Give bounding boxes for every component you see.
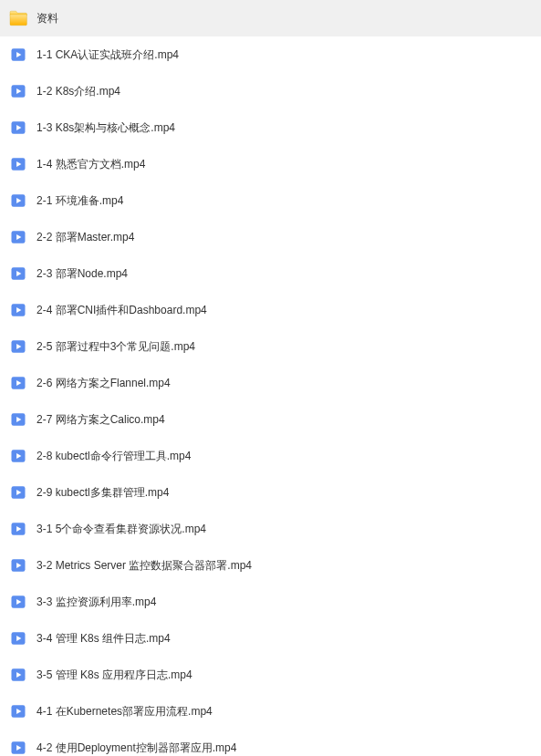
- video-item[interactable]: 1-3 K8s架构与核心概念.mp4: [0, 109, 541, 146]
- video-item[interactable]: 2-3 部署Node.mp4: [0, 255, 541, 292]
- video-file-icon: [9, 410, 27, 429]
- file-name: 2-9 kubectl多集群管理.mp4: [36, 485, 169, 501]
- video-file-icon: [9, 666, 27, 684]
- video-file-icon: [9, 82, 27, 100]
- video-item[interactable]: 2-9 kubectl多集群管理.mp4: [0, 474, 541, 511]
- video-file-icon: [9, 192, 27, 210]
- video-file-icon: [9, 447, 27, 465]
- file-name: 2-3 部署Node.mp4: [36, 266, 128, 282]
- file-name: 3-4 管理 K8s 组件日志.mp4: [36, 631, 171, 647]
- video-item[interactable]: 3-5 管理 K8s 应用程序日志.mp4: [0, 657, 541, 693]
- video-file-icon: [9, 556, 27, 575]
- file-name: 2-7 网络方案之Calico.mp4: [36, 412, 165, 428]
- file-name: 3-3 监控资源利用率.mp4: [36, 595, 156, 610]
- video-item[interactable]: 1-2 K8s介绍.mp4: [0, 73, 541, 109]
- file-list: 资料 1-1 CKA认证实战班介绍.mp4 1-2 K8s介绍.mp4 1-3 …: [0, 0, 541, 756]
- file-name: 资料: [36, 11, 58, 26]
- video-file-icon: [9, 374, 27, 392]
- video-file-icon: [9, 629, 27, 647]
- video-item[interactable]: 2-6 网络方案之Flannel.mp4: [0, 365, 541, 401]
- video-item[interactable]: 2-2 部署Master.mp4: [0, 219, 541, 255]
- file-name: 2-4 部署CNI插件和Dashboard.mp4: [36, 303, 207, 318]
- video-file-icon: [9, 119, 27, 137]
- video-file-icon: [9, 46, 27, 64]
- video-file-icon: [9, 483, 27, 502]
- folder-icon: [9, 9, 27, 27]
- file-name: 4-2 使用Deployment控制器部署应用.mp4: [36, 740, 236, 756]
- file-name: 1-3 K8s架构与核心概念.mp4: [36, 120, 175, 136]
- file-name: 1-4 熟悉官方文档.mp4: [36, 157, 145, 172]
- video-item[interactable]: 2-7 网络方案之Calico.mp4: [0, 401, 541, 438]
- video-file-icon: [9, 155, 27, 173]
- file-name: 3-2 Metrics Server 监控数据聚合器部署.mp4: [36, 558, 252, 574]
- file-name: 3-5 管理 K8s 应用程序日志.mp4: [36, 668, 192, 683]
- folder-item[interactable]: 资料: [0, 0, 541, 36]
- video-file-icon: [9, 264, 27, 283]
- video-item[interactable]: 1-1 CKA认证实战班介绍.mp4: [0, 36, 541, 73]
- file-name: 2-1 环境准备.mp4: [36, 193, 123, 209]
- video-item[interactable]: 4-1 在Kubernetes部署应用流程.mp4: [0, 693, 541, 730]
- video-item[interactable]: 3-2 Metrics Server 监控数据聚合器部署.mp4: [0, 547, 541, 584]
- video-item[interactable]: 2-5 部署过程中3个常见问题.mp4: [0, 328, 541, 365]
- video-item[interactable]: 3-1 5个命令查看集群资源状况.mp4: [0, 511, 541, 547]
- video-item[interactable]: 2-8 kubectl命令行管理工具.mp4: [0, 438, 541, 474]
- file-name: 1-1 CKA认证实战班介绍.mp4: [36, 47, 179, 63]
- video-file-icon: [9, 520, 27, 538]
- file-name: 3-1 5个命令查看集群资源状况.mp4: [36, 522, 206, 537]
- video-item[interactable]: 2-1 环境准备.mp4: [0, 182, 541, 219]
- video-item[interactable]: 2-4 部署CNI插件和Dashboard.mp4: [0, 292, 541, 328]
- file-name: 2-2 部署Master.mp4: [36, 230, 134, 245]
- video-file-icon: [9, 301, 27, 319]
- file-name: 2-8 kubectl命令行管理工具.mp4: [36, 449, 191, 464]
- video-item[interactable]: 3-4 管理 K8s 组件日志.mp4: [0, 620, 541, 657]
- file-name: 1-2 K8s介绍.mp4: [36, 84, 120, 99]
- video-file-icon: [9, 228, 27, 246]
- video-item[interactable]: 1-4 熟悉官方文档.mp4: [0, 146, 541, 182]
- video-item[interactable]: 3-3 监控资源利用率.mp4: [0, 584, 541, 620]
- video-file-icon: [9, 739, 27, 756]
- video-item[interactable]: 4-2 使用Deployment控制器部署应用.mp4: [0, 730, 541, 756]
- video-file-icon: [9, 593, 27, 611]
- video-file-icon: [9, 337, 27, 356]
- file-name: 4-1 在Kubernetes部署应用流程.mp4: [36, 704, 213, 720]
- file-name: 2-6 网络方案之Flannel.mp4: [36, 376, 171, 391]
- video-file-icon: [9, 702, 27, 720]
- file-name: 2-5 部署过程中3个常见问题.mp4: [36, 339, 195, 355]
